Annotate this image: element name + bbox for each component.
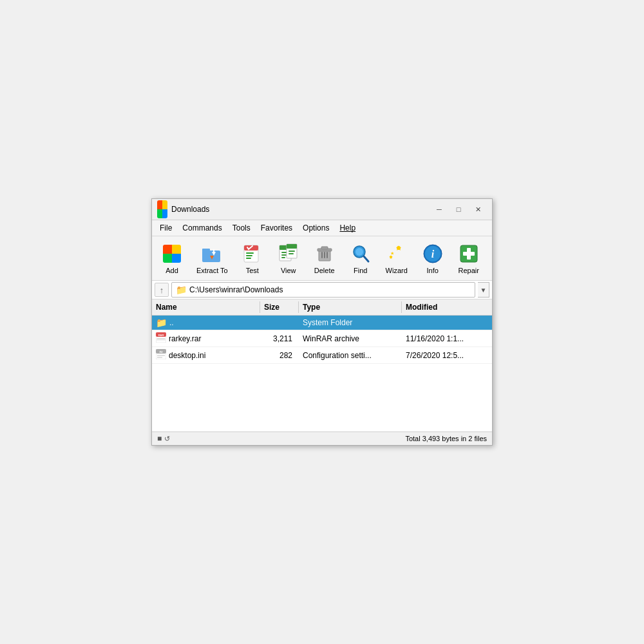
svg-rect-49 [157,357,162,358]
svg-rect-9 [246,258,251,259]
window-controls: ─ □ ✕ [430,203,487,216]
toolbar-test-button[interactable]: Test [235,239,270,278]
toolbar-wizard-button[interactable]: Wizard [379,239,414,278]
svg-line-27 [364,256,368,261]
column-type[interactable]: Type [299,301,402,313]
file-size-rar: 3,211 [260,332,299,345]
close-button[interactable]: ✕ [469,203,487,216]
toolbar-extract-button[interactable]: Extract To [191,239,234,278]
menu-help[interactable]: Help [334,222,361,234]
path-folder-icon: 📁 [176,285,187,295]
minimize-button[interactable]: ─ [430,203,448,216]
titlebar: Downloads ─ □ ✕ [152,199,492,220]
wizard-label: Wizard [386,267,408,274]
toolbar: Add Extract To [152,236,492,281]
delete-label: Delete [314,267,335,274]
rar-file-icon: RAR [156,332,166,345]
svg-marker-30 [391,252,394,255]
navigate-up-button[interactable]: ↑ [155,283,169,297]
status-icon-1: ■ [157,434,162,443]
file-size-ini: 282 [260,349,299,362]
file-modified-dotdot [402,321,492,325]
file-modified-rar: 11/16/2020 1:1... [402,332,492,345]
menu-file[interactable]: File [155,222,177,234]
extract-label: Extract To [196,267,228,274]
file-type-ini: Configuration setti... [299,349,402,362]
view-icon [277,242,300,265]
file-name-ini: INI desktop.ini [152,347,260,363]
add-icon [160,242,184,265]
find-icon [349,242,372,265]
find-label: Find [354,267,367,274]
column-name[interactable]: Name [152,301,260,313]
svg-rect-1 [202,249,210,252]
view-label: View [281,267,296,274]
svg-rect-18 [289,253,294,254]
maximize-button[interactable]: □ [450,203,468,216]
svg-rect-23 [324,252,325,258]
svg-rect-7 [246,252,254,254]
svg-rect-48 [157,355,165,356]
svg-rect-16 [287,244,297,249]
menu-tools[interactable]: Tools [227,222,256,234]
svg-rect-44 [157,338,165,339]
table-row[interactable]: INI desktop.ini 282 Configuration setti.… [152,347,492,364]
toolbar-view-button[interactable]: View [271,239,306,278]
toolbar-delete-button[interactable]: Delete [307,239,342,278]
repair-label: Repair [459,267,479,274]
svg-rect-22 [321,252,323,258]
table-row[interactable]: RAR rarkey.rar 3,211 WinRAR archive 11/1… [152,330,492,347]
filelist: 📁 .. System Folder RAR rarkey [152,316,492,431]
toolbar-info-button[interactable]: i Info [415,239,450,278]
file-type-dotdot: System Folder [299,316,402,329]
status-icon-2: ↺ [164,435,170,443]
file-name-dotdot: 📁 .. [152,316,260,330]
svg-rect-39 [463,252,475,256]
file-modified-ini: 7/26/2020 12:5... [402,349,492,362]
folder-icon: 📁 [156,317,167,328]
statusbar-icons: ■ ↺ [157,434,170,443]
svg-text:i: i [431,249,434,260]
file-name-rar: RAR rarkey.rar [152,330,260,346]
table-row[interactable]: 📁 .. System Folder [152,316,492,330]
wizard-icon [385,242,408,265]
test-icon [241,242,264,265]
file-type-rar: WinRAR archive [299,332,402,345]
path-text: C:\Users\winrar\Downloads [189,285,283,294]
svg-rect-21 [321,247,328,249]
svg-text:RAR: RAR [158,334,164,337]
svg-rect-6 [244,245,258,251]
menubar: File Commands Tools Favorites Options He… [152,220,492,236]
filelist-header: Name Size Type Modified [152,299,492,316]
column-modified[interactable]: Modified [402,301,492,313]
statusbar-text: Total 3,493 bytes in 2 files [405,435,487,442]
toolbar-find-button[interactable]: Find [343,239,378,278]
delete-icon [313,242,336,265]
repair-icon [457,242,480,265]
ini-file-icon: INI [156,349,166,361]
svg-rect-8 [246,255,252,256]
window-title: Downloads [171,205,430,214]
column-size[interactable]: Size [260,301,299,313]
extract-icon [200,242,223,265]
svg-text:INI: INI [159,350,162,354]
test-label: Test [246,267,259,274]
file-size-dotdot [260,321,299,325]
path-dropdown-button[interactable]: ▼ [478,282,489,298]
add-label: Add [166,267,178,274]
menu-options[interactable]: Options [298,222,334,234]
menu-favorites[interactable]: Favorites [256,222,298,234]
svg-rect-3 [213,249,214,252]
info-label: Info [427,267,439,274]
toolbar-add-button[interactable]: Add [155,239,189,278]
svg-rect-14 [281,257,285,258]
main-window: Downloads ─ □ ✕ File Commands Tools Favo… [151,198,493,446]
svg-rect-24 [327,252,328,258]
toolbar-repair-button[interactable]: Repair [451,239,486,278]
app-icon [157,204,167,214]
menu-commands[interactable]: Commands [177,222,227,234]
path-display[interactable]: 📁 C:\Users\winrar\Downloads [171,282,475,298]
statusbar: ■ ↺ Total 3,493 bytes in 2 files [152,431,492,445]
addressbar: ↑ 📁 C:\Users\winrar\Downloads ▼ [152,281,492,299]
svg-marker-32 [389,255,393,260]
